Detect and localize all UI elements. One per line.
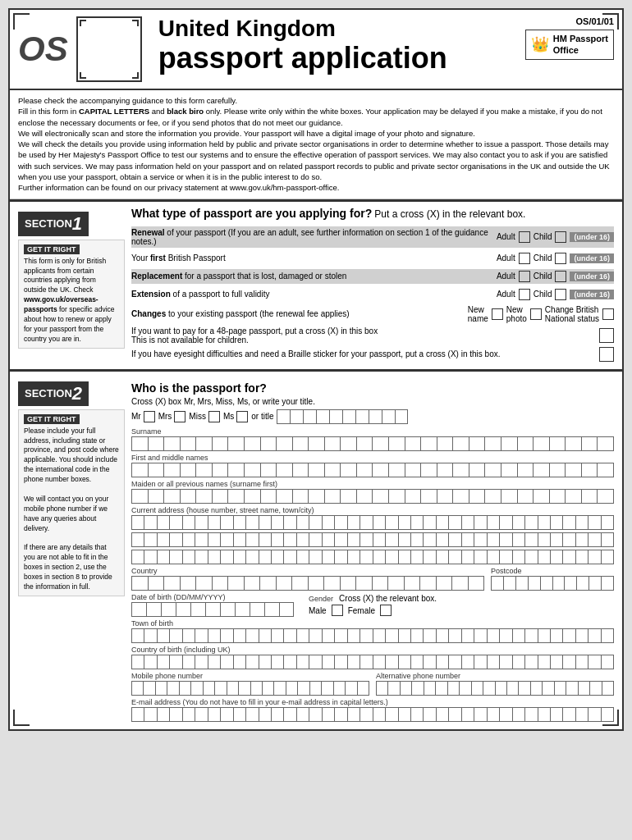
first-child-checkbox[interactable] [555,253,566,264]
maiden-input: (function(){ var n=30; var s=''; for(var… [131,489,614,504]
renewal-row: Renewal of your passport (If you are an … [131,226,614,248]
title-line1: United Kingdom [158,16,507,42]
first-under16: (under 16) [570,253,614,263]
changes-name-checkbox[interactable] [492,308,503,320]
page: OS United Kingdom passport application O… [8,8,624,731]
changes-row: Changes to your existing passport (the r… [131,305,614,323]
header-right: OS/01/01 👑 HM PassportOffice [507,16,614,82]
mr-title: Mr [131,411,155,422]
postcode-field: Postcode (function(){ var n=10; var s=''… [491,567,614,591]
renewal-label: Renewal of your passport (If you are an … [131,228,497,246]
braille-checkbox[interactable] [599,347,614,362]
replacement-checkboxes: Adult Child (under 16) [497,271,614,282]
first-passport-label: Your first British Passport [131,253,497,262]
maiden-label: Maiden or all previous names (surname fi… [131,480,614,488]
title-row: Mr Mrs Miss Ms [131,409,614,424]
mr-checkbox[interactable] [144,411,155,422]
town-birth-input: (function(){ var n=38; var s=''; for(var… [131,628,614,643]
address-field-3: (function(){ var n=38; var s=''; for(var… [131,550,614,564]
page48-row: If you want to pay for a 48-page passpor… [131,326,614,345]
male-checkbox[interactable] [332,605,343,616]
renewal-checkboxes: Adult Child (under 16) [497,231,614,243]
changes-photo-checkbox[interactable] [530,308,542,320]
section1-instruction: Put a cross (X) in the relevant box. [374,208,525,220]
ms-title: Ms [223,411,248,422]
replacement-adult-checkbox[interactable] [519,271,530,282]
first-passport-checkboxes: Adult Child (under 16) [497,253,614,264]
info-section: Please check the accompanying guidance t… [10,90,622,199]
female-label: Female [348,606,375,615]
mrs-checkbox[interactable] [174,411,185,422]
section1-content: What type of passport are you applying f… [131,207,614,364]
replacement-child-checkbox[interactable] [555,271,566,282]
header: OS United Kingdom passport application O… [10,10,622,90]
renewal-under16: (under 16) [570,232,614,242]
dob-input: (function(){ var n=10; var s=''; for(var… [131,602,294,617]
passport-image-box [76,16,142,82]
address-input-1: (function(){ var n=38; var s=''; for(var… [131,515,614,530]
changes-checkboxes: Newname Newphoto Change BritishNational … [468,305,614,323]
country-birth-input: (function(){ var n=38; var s=''; for(var… [131,655,614,669]
who-header: Who is the passport for? [131,381,614,395]
country-input: (function(){ var n=22; var s=''; for(var… [131,576,484,591]
mobile-field: Mobile phone number (function(){ var n=2… [131,672,369,696]
section1-git-title: GET IT RIGHT [24,244,80,254]
section2-git-text: Please include your full address, includ… [24,427,119,592]
replacement-label: Replacement for a passport that is lost,… [131,272,497,281]
surname-label: Surname [131,427,614,436]
extension-child-checkbox[interactable] [555,289,566,300]
renewal-adult-checkbox[interactable] [519,231,530,243]
page48-checkbox[interactable] [599,328,614,343]
town-birth-field: Town of birth (function(){ var n=38; var… [131,619,614,643]
address-label: Current address (house number, street na… [131,506,614,514]
first-middle-label: First and middle names [131,454,614,462]
dob-label: Date of birth (DD/MM/YYYY) [131,593,294,601]
section2-sidebar: SECTION 2 GET IT RIGHT Please include yo… [18,377,125,724]
ms-checkbox[interactable] [236,411,248,422]
replacement-under16: (under 16) [570,272,614,281]
section1-question: What type of passport are you applying f… [131,207,372,220]
extension-adult-checkbox[interactable] [519,289,530,300]
section2-git-title: GET IT RIGHT [24,414,80,424]
email-field: E-mail address (You do not have to fill … [131,698,614,722]
extension-row: Extension of a passport to full validity… [131,287,614,302]
country-field: Country (function(){ var n=22; var s='';… [131,567,484,591]
first-middle-field: First and middle names (function(){ var … [131,454,614,477]
maiden-field: Maiden or all previous names (surname fi… [131,480,614,504]
female-checkbox[interactable] [380,605,392,616]
changes-status-checkbox[interactable] [602,308,614,320]
surname-field: Surname (function(){ var n=30; var s='';… [131,427,614,451]
surname-input[interactable]: (function(){ var n=30; var s=''; for(var… [131,436,614,451]
address-input-3: (function(){ var n=38; var s=''; for(var… [131,550,614,564]
gender-field: Gender Cross (X) the relevant box. Male … [309,593,437,616]
braille-row: If you have eyesight difficulties and ne… [131,347,614,362]
or-title: or title [251,412,273,421]
renewal-child-checkbox[interactable] [555,231,566,243]
braille-text: If you have eyesight difficulties and ne… [131,349,599,358]
postcode-input: (function(){ var n=10; var s=''; for(var… [491,576,614,591]
extension-checkboxes: Adult Child (under 16) [497,289,614,300]
town-birth-label: Town of birth [131,619,614,628]
miss-checkbox[interactable] [208,411,220,422]
postcode-label: Postcode [491,567,614,575]
country-postcode-row: Country (function(){ var n=22; var s='';… [131,567,614,591]
alt-phone-label: Alternative phone number [376,672,614,680]
first-middle-input: (function(){ var n=30; var s=''; for(var… [131,463,614,477]
os-logo: OS [18,30,68,69]
country-label: Country [131,567,484,575]
mobile-label: Mobile phone number [131,672,369,680]
mobile-input: (function(){ var n=20; var s=''; for(var… [131,681,369,696]
first-adult-checkbox[interactable] [519,253,530,264]
section1-bar: SECTION 1 [18,212,125,236]
cross-instruction: Cross (X) box Mr, Mrs, Miss, Ms, or writ… [131,397,614,406]
royal-crest-icon: 👑 [531,35,549,53]
address-field: Current address (house number, street na… [131,506,614,530]
phone-row: Mobile phone number (function(){ var n=2… [131,672,614,696]
gender-label: Gender [309,595,333,603]
hm-passport-text: HM PassportOffice [553,33,608,57]
email-label: E-mail address (You do not have to fill … [131,698,614,706]
replacement-row: Replacement for a passport that is lost,… [131,269,614,284]
section2-content: Who is the passport for? Cross (X) box M… [131,377,614,724]
title-input [277,409,408,424]
extension-under16: (under 16) [570,290,614,299]
